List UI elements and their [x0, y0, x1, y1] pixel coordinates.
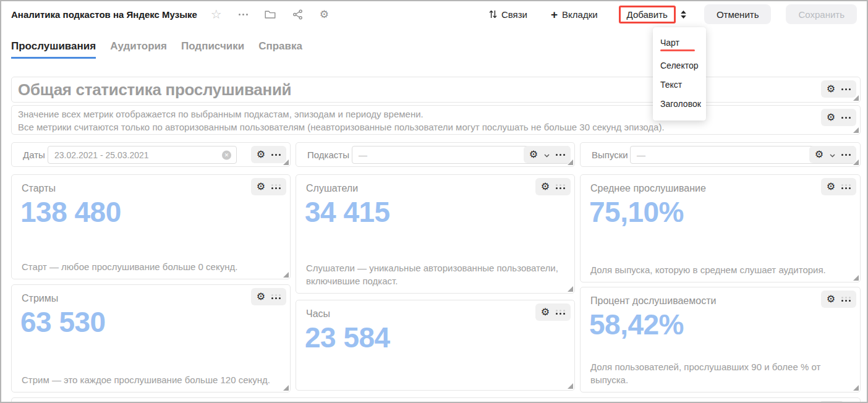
settings-gear-icon[interactable]: ⚙ [320, 9, 329, 20]
menu-item-chart[interactable]: Чарт [653, 33, 706, 56]
resize-handle[interactable] [568, 383, 573, 389]
ellipsis-icon[interactable] [841, 154, 851, 156]
metric-note: Доля пользователей, прослушавших 90 и бо… [590, 360, 849, 386]
toolbar-actions: Связи + Вкладки Добавить Отменить Сохран… [489, 4, 857, 24]
toolbar-icons: ☆ ⚙ [211, 7, 329, 22]
ellipsis-icon[interactable] [271, 184, 281, 189]
tab-auditoriya[interactable]: Аудитория [110, 40, 167, 59]
tabs-label: Вкладки [562, 9, 598, 20]
split-arrows-icon[interactable] [680, 10, 687, 19]
metric-note: Стрим — это каждое прослушивание больше … [22, 373, 279, 386]
resize-handle[interactable] [283, 385, 289, 391]
favorite-star-icon[interactable]: ☆ [211, 7, 222, 22]
ellipsis-icon[interactable] [271, 294, 281, 299]
gear-icon[interactable]: ⚙ [529, 150, 538, 159]
chart-annotation-underline [660, 49, 695, 51]
gear-icon[interactable]: ⚙ [827, 294, 835, 304]
ellipsis-icon[interactable] [271, 154, 281, 156]
tab-podpischiki[interactable]: Подписчики [181, 40, 244, 59]
widget-controls: ⚙ [524, 146, 571, 163]
add-button[interactable]: Добавить [627, 9, 668, 20]
save-button[interactable]: Сохранить [786, 4, 857, 24]
gear-icon[interactable]: ⚙ [827, 84, 835, 94]
ellipsis-icon[interactable] [556, 310, 565, 315]
metric-card-average-listening[interactable]: Среднее прослушивание 75,10% Доля выпуск… [580, 174, 861, 282]
ellipsis-icon[interactable] [841, 297, 851, 302]
widget-controls: ⚙ [251, 288, 286, 305]
metric-card-completion-rate[interactable]: Процент дослушиваемости 58,42% Доля поль… [580, 287, 861, 392]
dashboard-title: Аналитика подкастов на Яндекс Музыке [11, 9, 197, 20]
widget-controls: ⚙ [821, 291, 856, 308]
metric-title: Часы [306, 308, 330, 320]
links-button[interactable]: Связи [489, 9, 527, 20]
tab-spravka[interactable]: Справка [258, 40, 302, 59]
metric-card-hours[interactable]: Часы 23 584 ⚙ [296, 300, 575, 391]
resize-handle[interactable] [283, 272, 289, 278]
metric-value: 138 480 [20, 195, 121, 229]
filter-episodes-label: Выпуски [592, 150, 628, 160]
section-description-widget[interactable]: Значение всех метрик отображается по выб… [11, 105, 861, 135]
date-range-input[interactable]: 23.02.2021 - 25.03.2021 ✕ [48, 146, 237, 164]
metric-card-streams[interactable]: Стримы 63 530 Стрим — это каждое прослуш… [11, 284, 291, 392]
resize-handle[interactable] [853, 275, 859, 281]
gear-icon[interactable]: ⚙ [541, 182, 550, 192]
metric-value: 75,10% [589, 195, 684, 229]
ellipsis-icon[interactable] [841, 117, 851, 119]
section-title-widget[interactable]: Общая статистика прослушиваний ⚙ [11, 77, 861, 103]
menu-item-selector[interactable]: Селектор [653, 56, 706, 75]
chevron-down-icon[interactable] [544, 154, 550, 158]
ellipsis-icon[interactable] [556, 184, 565, 189]
plus-icon: + [551, 9, 558, 20]
gear-icon[interactable]: ⚙ [257, 292, 265, 302]
chevron-down-icon[interactable] [830, 154, 835, 158]
menu-item-text[interactable]: Текст [653, 75, 706, 94]
filter-dates-label: Даты [23, 150, 45, 160]
add-button-annotation-box: Добавить [619, 6, 676, 23]
resize-handle[interactable] [853, 385, 859, 391]
ellipsis-icon[interactable] [841, 88, 851, 90]
add-dropdown-menu: Чарт Селектор Текст Заголовок [653, 27, 706, 121]
add-tab-button[interactable]: + Вкладки [551, 9, 598, 20]
filter-podcasts-label: Подкасты [307, 150, 349, 160]
gear-icon[interactable]: ⚙ [827, 112, 835, 122]
widget-controls: ⚙ [251, 146, 286, 163]
gear-icon[interactable]: ⚙ [827, 182, 835, 192]
widget-controls: ⚙ [535, 303, 571, 321]
resize-handle[interactable] [853, 127, 859, 133]
links-label: Связи [501, 9, 527, 20]
clear-icon[interactable]: ✕ [222, 150, 231, 159]
tab-proslushivaniya[interactable]: Прослушивания [11, 40, 96, 59]
clipped-bottom-widget[interactable] [11, 397, 861, 403]
metric-value: 34 415 [305, 195, 390, 229]
metric-card-starts[interactable]: Старты 138 480 Старт — любое прослушиван… [11, 174, 291, 279]
metric-value: 23 584 [305, 321, 390, 354]
gear-icon[interactable]: ⚙ [541, 307, 550, 317]
metric-title: Стримы [22, 293, 58, 304]
metric-note: Слушатели — уникальные авторизованные по… [306, 261, 563, 287]
menu-item-title[interactable]: Заголовок [653, 94, 706, 113]
widget-controls: ⚙ [821, 80, 856, 98]
gear-icon[interactable]: ⚙ [815, 150, 823, 159]
dashboard-tabs: Прослушивания Аудитория Подписчики Справ… [11, 40, 302, 59]
metric-card-listeners[interactable]: Слушатели 34 415 Слушатели — уникальные … [296, 174, 575, 294]
resize-handle[interactable] [568, 286, 573, 292]
folder-icon[interactable] [265, 10, 276, 19]
filter-podcasts-widget[interactable]: Подкасты — ⚙ [296, 142, 575, 167]
gear-icon[interactable]: ⚙ [257, 150, 265, 159]
metric-title: Процент дослушиваемости [590, 295, 716, 307]
filter-episodes-widget[interactable]: Выпуски — ⚙ [580, 142, 861, 167]
metric-note: Доля выпуска, которую в среднем слушает … [590, 263, 849, 276]
description-line-2: Все метрики считаются только по авторизо… [18, 121, 665, 134]
filter-dates-widget[interactable]: Даты 23.02.2021 - 25.03.2021 ✕ ⚙ [11, 142, 291, 167]
sort-arrows-icon [489, 10, 497, 19]
widget-controls: ⚙ [535, 178, 571, 195]
ellipsis-icon[interactable] [556, 154, 565, 156]
description-line-1: Значение всех метрик отображается по выб… [18, 108, 665, 121]
metric-title: Старты [22, 183, 56, 194]
metric-value: 58,42% [589, 308, 684, 341]
share-icon[interactable] [292, 9, 303, 20]
ellipsis-icon[interactable] [841, 184, 851, 189]
more-options-icon[interactable] [239, 14, 248, 15]
gear-icon[interactable]: ⚙ [257, 182, 265, 192]
cancel-button[interactable]: Отменить [704, 4, 772, 24]
